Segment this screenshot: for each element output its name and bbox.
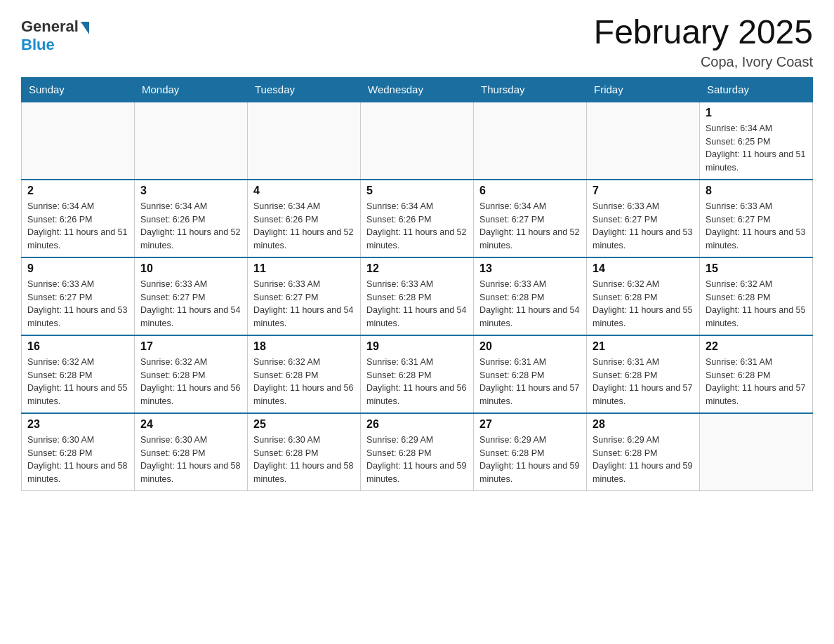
day-info: Sunrise: 6:33 AM Sunset: 6:27 PM Dayligh… xyxy=(253,278,355,330)
day-number: 13 xyxy=(479,262,581,275)
calendar-cell: 3Sunrise: 6:34 AM Sunset: 6:26 PM Daylig… xyxy=(135,180,248,257)
calendar-cell: 18Sunrise: 6:32 AM Sunset: 6:28 PM Dayli… xyxy=(248,335,361,413)
calendar-cell xyxy=(587,102,700,180)
day-info: Sunrise: 6:33 AM Sunset: 6:28 PM Dayligh… xyxy=(366,278,468,330)
day-info: Sunrise: 6:31 AM Sunset: 6:28 PM Dayligh… xyxy=(479,356,581,408)
day-info: Sunrise: 6:30 AM Sunset: 6:28 PM Dayligh… xyxy=(140,434,241,486)
day-info: Sunrise: 6:34 AM Sunset: 6:26 PM Dayligh… xyxy=(27,200,128,253)
month-title: February 2025 xyxy=(594,14,813,51)
day-info: Sunrise: 6:33 AM Sunset: 6:27 PM Dayligh… xyxy=(706,200,807,253)
day-number: 8 xyxy=(706,185,807,197)
calendar-cell: 15Sunrise: 6:32 AM Sunset: 6:28 PM Dayli… xyxy=(700,257,813,335)
day-number: 5 xyxy=(366,185,468,197)
day-info: Sunrise: 6:30 AM Sunset: 6:28 PM Dayligh… xyxy=(253,434,355,486)
day-info: Sunrise: 6:32 AM Sunset: 6:28 PM Dayligh… xyxy=(140,356,241,408)
week-row-2: 9Sunrise: 6:33 AM Sunset: 6:27 PM Daylig… xyxy=(22,257,813,335)
day-number: 23 xyxy=(27,418,128,431)
weekday-header-monday: Monday xyxy=(135,77,248,102)
day-info: Sunrise: 6:29 AM Sunset: 6:28 PM Dayligh… xyxy=(479,434,581,486)
logo-general-text: General xyxy=(21,18,79,36)
day-number: 28 xyxy=(593,418,694,431)
calendar-cell xyxy=(248,102,361,180)
calendar-cell: 7Sunrise: 6:33 AM Sunset: 6:27 PM Daylig… xyxy=(587,180,700,257)
calendar-cell: 20Sunrise: 6:31 AM Sunset: 6:28 PM Dayli… xyxy=(474,335,587,413)
calendar-cell: 27Sunrise: 6:29 AM Sunset: 6:28 PM Dayli… xyxy=(474,413,587,491)
day-info: Sunrise: 6:34 AM Sunset: 6:25 PM Dayligh… xyxy=(706,122,807,175)
day-info: Sunrise: 6:32 AM Sunset: 6:28 PM Dayligh… xyxy=(593,278,694,330)
day-info: Sunrise: 6:31 AM Sunset: 6:28 PM Dayligh… xyxy=(706,356,807,408)
day-number: 11 xyxy=(253,262,355,275)
calendar: SundayMondayTuesdayWednesdayThursdayFrid… xyxy=(21,77,813,491)
day-number: 7 xyxy=(593,185,694,197)
day-number: 17 xyxy=(140,340,241,353)
calendar-cell: 28Sunrise: 6:29 AM Sunset: 6:28 PM Dayli… xyxy=(587,413,700,491)
calendar-cell: 11Sunrise: 6:33 AM Sunset: 6:27 PM Dayli… xyxy=(248,257,361,335)
day-number: 16 xyxy=(27,340,128,353)
day-number: 10 xyxy=(140,262,241,275)
day-number: 24 xyxy=(140,418,241,431)
calendar-cell xyxy=(135,102,248,180)
logo: General Blue xyxy=(21,14,89,54)
day-number: 3 xyxy=(140,185,241,197)
week-row-4: 23Sunrise: 6:30 AM Sunset: 6:28 PM Dayli… xyxy=(22,413,813,491)
weekday-header-row: SundayMondayTuesdayWednesdayThursdayFrid… xyxy=(22,77,813,102)
calendar-cell: 21Sunrise: 6:31 AM Sunset: 6:28 PM Dayli… xyxy=(587,335,700,413)
weekday-header-friday: Friday xyxy=(587,77,700,102)
day-number: 9 xyxy=(27,262,128,275)
calendar-cell: 24Sunrise: 6:30 AM Sunset: 6:28 PM Dayli… xyxy=(135,413,248,491)
day-number: 4 xyxy=(253,185,355,197)
day-number: 20 xyxy=(479,340,581,353)
day-info: Sunrise: 6:31 AM Sunset: 6:28 PM Dayligh… xyxy=(366,356,468,408)
day-number: 22 xyxy=(706,340,807,353)
day-number: 18 xyxy=(253,340,355,353)
calendar-cell: 10Sunrise: 6:33 AM Sunset: 6:27 PM Dayli… xyxy=(135,257,248,335)
calendar-cell: 9Sunrise: 6:33 AM Sunset: 6:27 PM Daylig… xyxy=(22,257,135,335)
calendar-cell: 2Sunrise: 6:34 AM Sunset: 6:26 PM Daylig… xyxy=(22,180,135,257)
weekday-header-tuesday: Tuesday xyxy=(248,77,361,102)
day-number: 2 xyxy=(27,185,128,197)
calendar-cell: 16Sunrise: 6:32 AM Sunset: 6:28 PM Dayli… xyxy=(22,335,135,413)
calendar-cell: 22Sunrise: 6:31 AM Sunset: 6:28 PM Dayli… xyxy=(700,335,813,413)
week-row-0: 1Sunrise: 6:34 AM Sunset: 6:25 PM Daylig… xyxy=(22,102,813,180)
day-number: 14 xyxy=(593,262,694,275)
day-number: 12 xyxy=(366,262,468,275)
calendar-cell xyxy=(474,102,587,180)
day-number: 21 xyxy=(593,340,694,353)
day-number: 27 xyxy=(479,418,581,431)
day-info: Sunrise: 6:34 AM Sunset: 6:27 PM Dayligh… xyxy=(479,200,581,253)
day-info: Sunrise: 6:33 AM Sunset: 6:27 PM Dayligh… xyxy=(593,200,694,253)
weekday-header-wednesday: Wednesday xyxy=(361,77,474,102)
day-info: Sunrise: 6:31 AM Sunset: 6:28 PM Dayligh… xyxy=(593,356,694,408)
calendar-cell: 8Sunrise: 6:33 AM Sunset: 6:27 PM Daylig… xyxy=(700,180,813,257)
week-row-1: 2Sunrise: 6:34 AM Sunset: 6:26 PM Daylig… xyxy=(22,180,813,257)
weekday-header-saturday: Saturday xyxy=(700,77,813,102)
calendar-cell: 14Sunrise: 6:32 AM Sunset: 6:28 PM Dayli… xyxy=(587,257,700,335)
title-area: February 2025 Copa, Ivory Coast xyxy=(594,14,813,70)
day-info: Sunrise: 6:34 AM Sunset: 6:26 PM Dayligh… xyxy=(366,200,468,253)
day-number: 6 xyxy=(479,185,581,197)
day-number: 26 xyxy=(366,418,468,431)
day-number: 15 xyxy=(706,262,807,275)
location: Copa, Ivory Coast xyxy=(594,54,813,70)
calendar-cell: 12Sunrise: 6:33 AM Sunset: 6:28 PM Dayli… xyxy=(361,257,474,335)
logo-arrow-icon xyxy=(81,22,89,34)
weekday-header-sunday: Sunday xyxy=(22,77,135,102)
calendar-cell: 5Sunrise: 6:34 AM Sunset: 6:26 PM Daylig… xyxy=(361,180,474,257)
day-info: Sunrise: 6:29 AM Sunset: 6:28 PM Dayligh… xyxy=(366,434,468,486)
week-row-3: 16Sunrise: 6:32 AM Sunset: 6:28 PM Dayli… xyxy=(22,335,813,413)
calendar-cell: 25Sunrise: 6:30 AM Sunset: 6:28 PM Dayli… xyxy=(248,413,361,491)
day-info: Sunrise: 6:33 AM Sunset: 6:27 PM Dayligh… xyxy=(27,278,128,330)
calendar-cell: 6Sunrise: 6:34 AM Sunset: 6:27 PM Daylig… xyxy=(474,180,587,257)
calendar-cell: 19Sunrise: 6:31 AM Sunset: 6:28 PM Dayli… xyxy=(361,335,474,413)
calendar-cell xyxy=(700,413,813,491)
calendar-cell: 26Sunrise: 6:29 AM Sunset: 6:28 PM Dayli… xyxy=(361,413,474,491)
weekday-header-thursday: Thursday xyxy=(474,77,587,102)
calendar-cell: 4Sunrise: 6:34 AM Sunset: 6:26 PM Daylig… xyxy=(248,180,361,257)
day-info: Sunrise: 6:32 AM Sunset: 6:28 PM Dayligh… xyxy=(27,356,128,408)
day-info: Sunrise: 6:33 AM Sunset: 6:27 PM Dayligh… xyxy=(140,278,241,330)
logo-blue-text: Blue xyxy=(21,36,55,53)
day-info: Sunrise: 6:32 AM Sunset: 6:28 PM Dayligh… xyxy=(706,278,807,330)
calendar-cell: 17Sunrise: 6:32 AM Sunset: 6:28 PM Dayli… xyxy=(135,335,248,413)
calendar-cell: 23Sunrise: 6:30 AM Sunset: 6:28 PM Dayli… xyxy=(22,413,135,491)
day-info: Sunrise: 6:33 AM Sunset: 6:28 PM Dayligh… xyxy=(479,278,581,330)
